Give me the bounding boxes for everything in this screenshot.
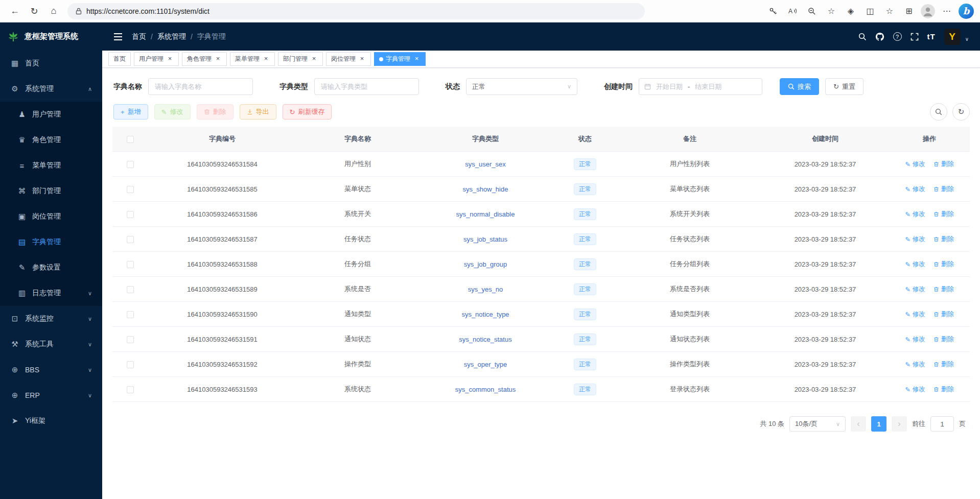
tab[interactable]: 部门管理 × bbox=[278, 52, 323, 66]
favorites-bar-icon[interactable]: ☆ bbox=[882, 4, 897, 19]
breadcrumb-item[interactable]: 首页 bbox=[132, 32, 146, 41]
row-delete-link[interactable]: 删除 bbox=[934, 235, 954, 244]
current-page-button[interactable]: 1 bbox=[871, 416, 886, 432]
sidebar-item[interactable]: ▦ 首页 bbox=[0, 51, 102, 76]
sidebar-item[interactable]: ➤ Yi框架 bbox=[0, 408, 102, 434]
sidebar-item[interactable]: ♟ 用户管理 bbox=[0, 102, 102, 127]
zoom-out-icon[interactable] bbox=[804, 4, 820, 19]
bing-icon[interactable]: b bbox=[959, 4, 974, 19]
row-edit-link[interactable]: ✎ 修改 bbox=[905, 160, 925, 169]
collections-icon[interactable]: ⊞ bbox=[901, 4, 917, 19]
toggle-search-button[interactable] bbox=[930, 103, 947, 121]
row-checkbox[interactable] bbox=[127, 286, 134, 293]
row-edit-link[interactable]: ✎ 修改 bbox=[905, 210, 925, 219]
dict-type-link[interactable]: sys_common_status bbox=[455, 386, 516, 393]
tab[interactable]: 角色管理 × bbox=[182, 52, 227, 66]
refresh-table-button[interactable]: ↻ bbox=[952, 103, 970, 121]
sidebar-item[interactable]: ⊡ 系统监控 ∨ bbox=[0, 306, 102, 331]
sidebar-item[interactable]: ♛ 角色管理 bbox=[0, 127, 102, 153]
dict-type-link[interactable]: sys_notice_status bbox=[459, 336, 511, 343]
tab[interactable]: 菜单管理 × bbox=[230, 52, 275, 66]
dict-type-link[interactable]: sys_user_sex bbox=[465, 160, 505, 168]
sidebar-item[interactable]: ⚒ 系统工具 ∨ bbox=[0, 331, 102, 357]
github-icon[interactable] bbox=[875, 32, 884, 41]
goto-page-input[interactable] bbox=[930, 416, 954, 432]
more-menu-icon[interactable]: ⋯ bbox=[939, 4, 954, 19]
row-checkbox[interactable] bbox=[127, 211, 134, 218]
row-checkbox[interactable] bbox=[127, 236, 134, 243]
tab-close-icon[interactable]: × bbox=[413, 55, 421, 63]
row-delete-link[interactable]: 删除 bbox=[934, 285, 954, 294]
sidebar-item[interactable]: ⊕ BBS ∨ bbox=[0, 357, 102, 383]
dict-name-input[interactable] bbox=[148, 78, 253, 95]
date-range-picker[interactable]: 开始日期 - 结束日期 bbox=[639, 78, 762, 95]
row-checkbox[interactable] bbox=[127, 261, 134, 268]
row-delete-link[interactable]: 删除 bbox=[934, 360, 954, 369]
search-icon[interactable] bbox=[858, 33, 867, 41]
table-row[interactable]: 1641030593246531585 菜单状态 sys_show_hide 正… bbox=[112, 177, 970, 202]
profile-avatar[interactable] bbox=[921, 4, 935, 18]
table-row[interactable]: 1641030593246531593 系统状态 sys_common_stat… bbox=[112, 377, 970, 402]
reset-button[interactable]: ↻ 重置 bbox=[825, 78, 864, 95]
row-checkbox[interactable] bbox=[127, 186, 134, 193]
row-checkbox[interactable] bbox=[127, 311, 134, 318]
sidebar-item[interactable]: ⌘ 部门管理 bbox=[0, 178, 102, 204]
row-edit-link[interactable]: ✎ 修改 bbox=[905, 260, 925, 269]
add-favorite-icon[interactable]: ☆ bbox=[824, 4, 839, 19]
tab[interactable]: 岗位管理 × bbox=[326, 52, 371, 66]
tab[interactable]: 字典管理 × bbox=[374, 52, 426, 66]
row-edit-link[interactable]: ✎ 修改 bbox=[905, 335, 925, 344]
row-edit-link[interactable]: ✎ 修改 bbox=[905, 185, 925, 194]
refresh-cache-button[interactable]: ↻ 刷新缓存 bbox=[283, 104, 332, 120]
password-key-icon[interactable] bbox=[765, 4, 781, 19]
status-select[interactable]: 正常 ∨ bbox=[466, 78, 577, 95]
page-size-select[interactable]: 10条/页 ∨ bbox=[789, 416, 846, 432]
row-edit-link[interactable]: ✎ 修改 bbox=[905, 235, 925, 244]
row-edit-link[interactable]: ✎ 修改 bbox=[905, 385, 925, 394]
browser-refresh-icon[interactable]: ↻ bbox=[26, 3, 43, 19]
search-button[interactable]: 搜索 bbox=[780, 78, 819, 95]
dict-type-link[interactable]: sys_oper_type bbox=[464, 361, 507, 368]
dict-type-link[interactable]: sys_normal_disable bbox=[456, 210, 515, 218]
font-size-icon[interactable]: tT bbox=[927, 32, 936, 41]
browser-back-icon[interactable]: ← bbox=[6, 3, 24, 19]
add-button[interactable]: + 新增 bbox=[113, 104, 148, 120]
row-checkbox[interactable] bbox=[127, 161, 134, 168]
tab[interactable]: 首页 bbox=[108, 52, 131, 66]
split-screen-icon[interactable]: ◫ bbox=[862, 4, 878, 19]
dict-type-link[interactable]: sys_show_hide bbox=[463, 185, 508, 193]
table-row[interactable]: 1641030593246531586 系统开关 sys_normal_disa… bbox=[112, 202, 970, 227]
export-button[interactable]: 导出 bbox=[240, 104, 276, 120]
table-row[interactable]: 1641030593246531592 操作类型 sys_oper_type 正… bbox=[112, 352, 970, 377]
row-delete-link[interactable]: 删除 bbox=[934, 210, 954, 219]
edit-button[interactable]: ✎ 修改 bbox=[154, 104, 191, 120]
row-delete-link[interactable]: 删除 bbox=[934, 160, 954, 169]
url-bar[interactable]: https://ccnetcore.com:1101/system/dict bbox=[67, 3, 645, 19]
sidebar-item[interactable]: ≡ 菜单管理 bbox=[0, 153, 102, 178]
row-checkbox[interactable] bbox=[127, 361, 134, 368]
fullscreen-icon[interactable] bbox=[911, 33, 919, 41]
help-icon[interactable]: ? bbox=[893, 32, 902, 41]
browser-home-icon[interactable]: ⌂ bbox=[45, 3, 62, 19]
row-edit-link[interactable]: ✎ 修改 bbox=[905, 360, 925, 369]
prev-page-button[interactable]: ‹ bbox=[851, 416, 866, 432]
table-row[interactable]: 1641030593246531591 通知状态 sys_notice_stat… bbox=[112, 327, 970, 352]
row-delete-link[interactable]: 删除 bbox=[934, 260, 954, 269]
user-avatar-logo[interactable]: Y bbox=[944, 29, 961, 45]
dict-type-input[interactable] bbox=[314, 78, 419, 95]
tab-close-icon[interactable]: × bbox=[214, 55, 222, 63]
dict-type-link[interactable]: sys_notice_type bbox=[461, 311, 509, 318]
read-aloud-icon[interactable]: A bbox=[785, 4, 800, 19]
app-logo[interactable]: 意框架管理系统 bbox=[0, 22, 102, 51]
tab[interactable]: 用户管理 × bbox=[134, 52, 179, 66]
sidebar-item[interactable]: ⚙ 系统管理 ∧ bbox=[0, 76, 102, 102]
tab-close-icon[interactable]: × bbox=[358, 55, 366, 63]
row-delete-link[interactable]: 删除 bbox=[934, 385, 954, 394]
row-edit-link[interactable]: ✎ 修改 bbox=[905, 310, 925, 319]
tab-close-icon[interactable]: × bbox=[262, 55, 270, 63]
sidebar-item[interactable]: ✎ 参数设置 bbox=[0, 255, 102, 280]
row-edit-link[interactable]: ✎ 修改 bbox=[905, 285, 925, 294]
delete-button[interactable]: 删除 bbox=[197, 104, 234, 120]
row-checkbox[interactable] bbox=[127, 386, 134, 393]
dict-type-link[interactable]: sys_job_status bbox=[463, 235, 507, 243]
